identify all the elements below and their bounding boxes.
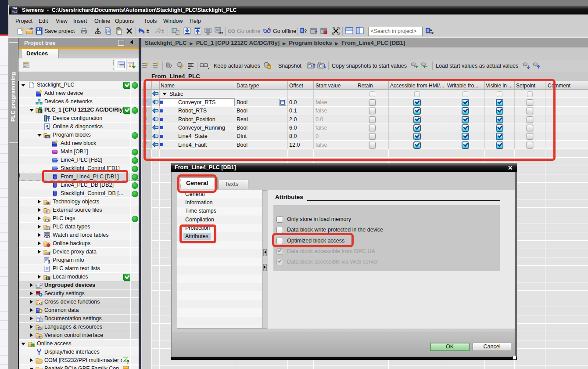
svg-text:?: ? — [127, 360, 129, 364]
svg-text:RT: RT — [219, 31, 223, 35]
svg-text:▾: ▾ — [431, 31, 434, 35]
svg-text:?: ? — [304, 29, 307, 34]
